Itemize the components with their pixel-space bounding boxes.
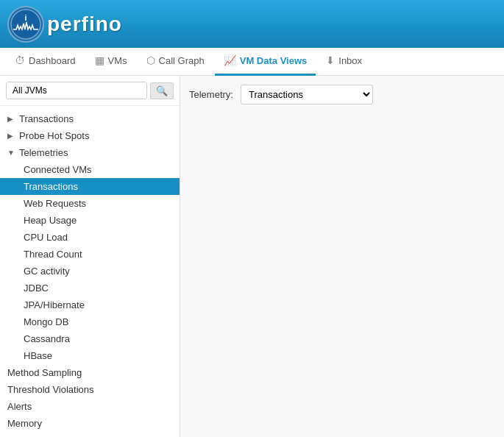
sidebar-item-memory[interactable]: Memory — [0, 415, 180, 432]
main-content: Telemetry: Transactions Web Requests Hea… — [180, 76, 504, 437]
sidebar-item-threshold-violations[interactable]: Threshold Violations — [0, 381, 180, 398]
telemetry-select[interactable]: Transactions Web Requests Heap Usage CPU… — [241, 85, 373, 104]
sidebar-item-label: Memory — [7, 418, 42, 429]
sidebar-item-label: Mongo DB — [24, 316, 68, 327]
sidebar-item-label: Alerts — [7, 401, 32, 412]
sidebar-item-label: Threshold Violations — [7, 384, 94, 395]
dashboard-icon: ⏱ — [15, 54, 25, 66]
sidebar-item-heap-usage[interactable]: Heap Usage — [0, 212, 180, 229]
sidebar-item-label: GC activity — [24, 266, 70, 277]
inbox-icon: ⬇ — [326, 54, 335, 66]
telemetry-row: Telemetry: Transactions Web Requests Hea… — [189, 85, 495, 104]
sidebar-item-label: Thread Count — [24, 249, 82, 260]
nav-dashboard[interactable]: ⏱ Dashboard — [6, 48, 85, 76]
sidebar-item-gc-activity[interactable]: GC activity — [0, 263, 180, 280]
logo-circle: i — [7, 6, 44, 43]
vm-data-views-icon: 📈 — [224, 54, 236, 66]
sidebar-item-label: Method Sampling — [7, 367, 82, 378]
sidebar-item-label: JDBC — [24, 283, 49, 294]
sidebar-item-cpu-load[interactable]: CPU Load — [0, 229, 180, 246]
sidebar-item-connected-vms[interactable]: Connected VMs — [0, 161, 180, 178]
sidebar-item-method-sampling[interactable]: Method Sampling — [0, 364, 180, 381]
sidebar-item-telemetries[interactable]: ▼ Telemetries — [0, 144, 180, 161]
sidebar-item-label: JPA/Hibernate — [24, 299, 85, 310]
sidebar-item-mongo-db[interactable]: Mongo DB — [0, 313, 180, 330]
logo-icon: i — [10, 9, 41, 40]
sidebar-item-cassandra[interactable]: Cassandra — [0, 330, 180, 347]
sidebar-item-label: Probe Hot Spots — [19, 130, 89, 141]
logo-area: i perfino — [7, 6, 122, 43]
sidebar-item-mbean-browser[interactable]: MBean Browser — [0, 432, 180, 437]
arrow-icon: ▼ — [7, 149, 16, 157]
sidebar-item-transactions-root[interactable]: ▶ Transactions — [0, 110, 180, 127]
nav-vm-data-views-label: VM Data Views — [240, 55, 308, 66]
sidebar-item-label: Web Requests — [24, 198, 86, 209]
nav-vm-data-views[interactable]: 📈 VM Data Views — [215, 48, 316, 76]
app-header: i perfino — [0, 0, 504, 48]
sidebar-item-alerts[interactable]: Alerts — [0, 398, 180, 415]
sidebar-item-label: Telemetries — [19, 147, 68, 158]
nav-call-graph[interactable]: ⬡ Call Graph — [138, 48, 213, 76]
sidebar: 🔍 ▶ Transactions ▶ Probe Hot Spots ▼ Tel… — [0, 76, 180, 437]
call-graph-icon: ⬡ — [146, 54, 155, 66]
logo-text: perfino — [47, 13, 122, 36]
sidebar-item-jdbc[interactable]: JDBC — [0, 280, 180, 296]
sidebar-item-label: Heap Usage — [24, 215, 77, 226]
sidebar-item-label: HBase — [24, 350, 52, 361]
sidebar-item-label: Transactions — [24, 181, 78, 192]
arrow-icon: ▶ — [7, 132, 16, 140]
nav-vms[interactable]: ▦ VMs — [86, 48, 136, 76]
sidebar-item-label: Connected VMs — [24, 164, 92, 175]
sidebar-item-transactions[interactable]: Transactions — [0, 178, 180, 195]
jvm-search-input[interactable] — [6, 82, 147, 99]
sidebar-item-label: CPU Load — [24, 232, 68, 243]
tree-container: ▶ Transactions ▶ Probe Hot Spots ▼ Telem… — [0, 106, 180, 437]
arrow-icon: ▶ — [7, 115, 16, 123]
telemetry-label: Telemetry: — [189, 89, 233, 100]
sidebar-item-label: Cassandra — [24, 333, 70, 344]
nav-inbox-label: Inbox — [338, 55, 362, 66]
sidebar-item-probe-hot-spots[interactable]: ▶ Probe Hot Spots — [0, 127, 180, 144]
nav-inbox[interactable]: ⬇ Inbox — [317, 48, 371, 76]
main-layout: 🔍 ▶ Transactions ▶ Probe Hot Spots ▼ Tel… — [0, 76, 504, 437]
sidebar-item-hbase[interactable]: HBase — [0, 347, 180, 364]
sidebar-item-label: Transactions — [19, 113, 74, 124]
search-bar: 🔍 — [0, 76, 180, 106]
navbar: ⏱ Dashboard ▦ VMs ⬡ Call Graph 📈 VM Data… — [0, 48, 504, 76]
sidebar-item-thread-count[interactable]: Thread Count — [0, 246, 180, 263]
nav-vms-label: VMs — [108, 55, 127, 66]
vms-icon: ▦ — [95, 54, 104, 66]
sidebar-item-web-requests[interactable]: Web Requests — [0, 195, 180, 212]
sidebar-item-jpa-hibernate[interactable]: JPA/Hibernate — [0, 296, 180, 313]
svg-text:i: i — [24, 13, 26, 22]
search-button[interactable]: 🔍 — [150, 82, 174, 99]
nav-call-graph-label: Call Graph — [159, 55, 205, 66]
nav-dashboard-label: Dashboard — [29, 55, 76, 66]
